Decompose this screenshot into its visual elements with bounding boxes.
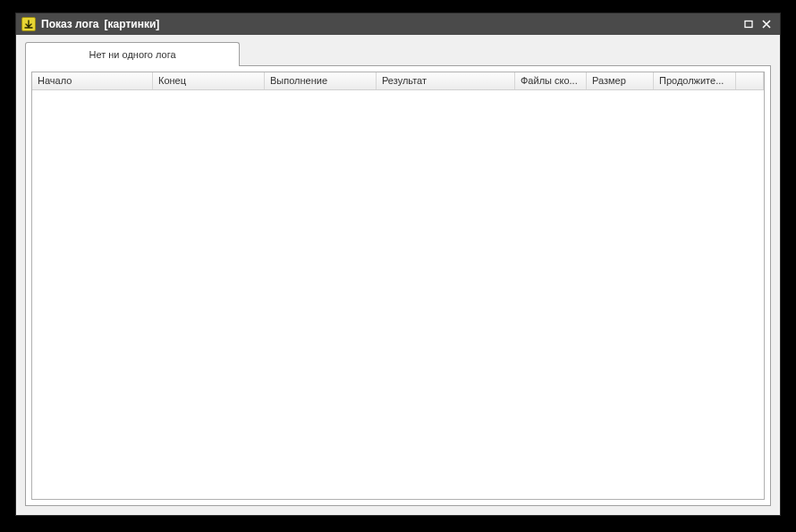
client-area: Нет ни одного лога Начало Конец Выполнен… bbox=[16, 35, 780, 515]
log-list-view[interactable]: Начало Конец Выполнение Результат Файлы … bbox=[31, 72, 765, 500]
column-header-result[interactable]: Результат bbox=[377, 72, 515, 89]
maximize-button[interactable] bbox=[741, 17, 757, 31]
titlebar[interactable]: Показ лога [картинки] bbox=[16, 13, 780, 35]
column-header-files[interactable]: Файлы ско... bbox=[515, 72, 587, 89]
close-button[interactable] bbox=[758, 17, 775, 31]
window-title-context: [картинки] bbox=[105, 18, 160, 30]
outer-frame: Показ лога [картинки] Нет ни одного лога… bbox=[0, 0, 796, 532]
column-header-start[interactable]: Начало bbox=[32, 72, 153, 89]
tab-label: Нет ни одного лога bbox=[89, 49, 175, 60]
window: Показ лога [картинки] Нет ни одного лога… bbox=[15, 13, 781, 516]
list-body[interactable] bbox=[32, 90, 764, 499]
list-header: Начало Конец Выполнение Результат Файлы … bbox=[32, 72, 764, 90]
window-title: Показ лога bbox=[41, 18, 99, 30]
tab-no-log[interactable]: Нет ни одного лога bbox=[25, 42, 240, 66]
app-icon bbox=[21, 17, 36, 31]
svg-rect-0 bbox=[745, 21, 752, 28]
column-header-end[interactable]: Конец bbox=[153, 72, 265, 89]
tab-panel: Начало Конец Выполнение Результат Файлы … bbox=[25, 65, 771, 506]
column-header-extra[interactable] bbox=[736, 72, 764, 89]
tabs-row: Нет ни одного лога bbox=[25, 42, 771, 65]
column-header-duration[interactable]: Продолжите... bbox=[654, 72, 736, 89]
column-header-execution[interactable]: Выполнение bbox=[265, 72, 377, 89]
column-header-size[interactable]: Размер bbox=[587, 72, 654, 89]
